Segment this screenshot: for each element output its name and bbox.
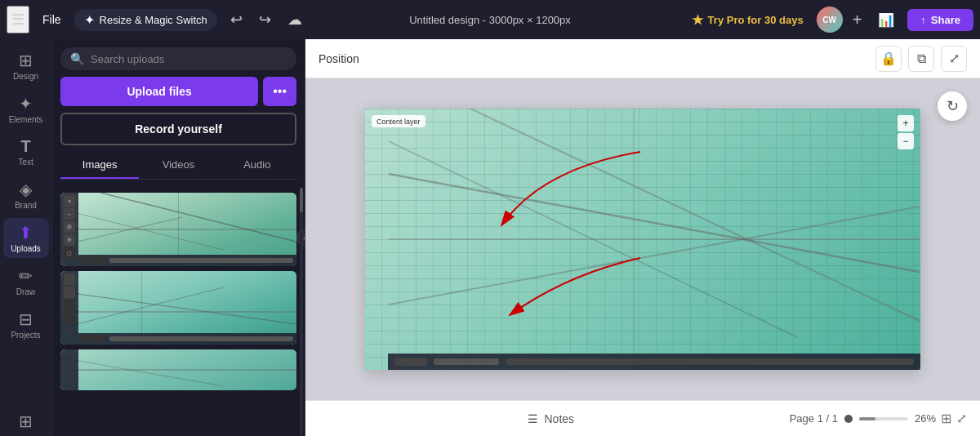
brand-icon: ◈	[20, 180, 32, 199]
doc-roads-svg	[388, 109, 920, 370]
file-menu-button[interactable]: File	[36, 10, 68, 29]
upload-thumbnail-3[interactable]	[60, 349, 296, 390]
svg-line-10	[60, 358, 223, 386]
hamburger-button[interactable]: ☰	[7, 6, 29, 33]
map-image-3	[60, 349, 296, 390]
zoom-controls: 26% ⊞ ⤢	[915, 411, 967, 426]
sidebar-item-uploads-label: Uploads	[11, 244, 41, 253]
share-icon: ↑	[920, 14, 926, 26]
sidebar-item-elements[interactable]: ✦ Elements	[3, 89, 49, 129]
lock-button[interactable]: 🔒	[875, 46, 902, 72]
canvas-workspace[interactable]: ↻ ≡ ↔ ⊞ ⊕ ◻ ◉ ◈ Content layer	[305, 78, 980, 400]
cloud-save-button[interactable]: ☁	[281, 7, 309, 32]
upload-thumbnail-1[interactable]: ≡ ↔ ⊞ ⊕ ◻	[60, 193, 296, 266]
map-side-tool: ◻	[64, 247, 75, 259]
upload-thumbnail-2[interactable]	[60, 271, 296, 345]
sidebar-item-draw[interactable]: ✏ Draw	[3, 261, 49, 301]
uploads-grid: ≡ ↔ ⊞ ⊕ ◻	[52, 188, 305, 436]
design-icon: ⊞	[19, 51, 33, 70]
uploads-icon: ⬆	[19, 223, 33, 242]
nav-actions: ↩ ↪ ☁	[224, 7, 309, 32]
sidebar-item-apps[interactable]: ⊞	[3, 407, 49, 436]
fullscreen-button[interactable]: ⤢	[956, 411, 967, 426]
sidebar-item-draw-label: Draw	[16, 287, 35, 296]
record-yourself-button[interactable]: Record yourself	[60, 113, 296, 145]
navbar: ☰ File ✦ Resize & Magic Switch ↩ ↪ ☁ Unt…	[0, 0, 980, 39]
map-side-tool: ⊕	[64, 234, 75, 246]
map-image-2	[60, 271, 296, 345]
sidebar-item-projects[interactable]: ⊟ Projects	[3, 305, 49, 345]
grid-view-button[interactable]: ⊞	[941, 411, 951, 426]
text-icon: T	[20, 137, 30, 156]
map-scale-bar	[109, 258, 293, 263]
projects-icon: ⊟	[19, 309, 33, 329]
sidebar-item-brand[interactable]: ◈ Brand	[3, 175, 49, 215]
analytics-button[interactable]: 📊	[871, 9, 901, 31]
sidebar-item-elements-label: Elements	[9, 115, 43, 124]
page-scroll-bar[interactable]	[859, 417, 908, 420]
try-pro-button[interactable]: ★ Try Pro for 30 days	[685, 9, 810, 31]
redo-button[interactable]: ↪	[252, 7, 278, 32]
svg-line-16	[470, 109, 920, 321]
search-input[interactable]	[91, 53, 287, 65]
resize-magic-switch-button[interactable]: ✦ Resize & Magic Switch	[74, 9, 217, 31]
copy-style-button[interactable]: ⧉	[908, 46, 934, 72]
map-side-tool: ⊞	[64, 221, 75, 233]
share-label: Share	[931, 14, 960, 26]
document-map[interactable]: Content layer + −	[365, 109, 920, 370]
map-bottom-item-2	[82, 336, 106, 342]
share-button[interactable]: ↑ Share	[907, 9, 973, 31]
doc-bottom-bar	[388, 354, 920, 370]
resize-label: Resize & Magic Switch	[100, 14, 207, 26]
zoom-level: 26%	[915, 412, 936, 425]
svg-line-12	[389, 174, 920, 272]
map-side-tool-2	[64, 274, 75, 285]
notes-button[interactable]: ☰ Notes	[318, 412, 783, 425]
add-button[interactable]: +	[849, 7, 866, 33]
sidebar-item-design-label: Design	[13, 72, 38, 81]
navbar-left: ☰ File ✦ Resize & Magic Switch ↩ ↪ ☁	[7, 6, 309, 33]
star-icon: ★	[692, 12, 703, 28]
main-layout: ⊞ Design ✦ Elements T Text ◈ Brand ⬆ Upl…	[0, 39, 980, 436]
expand-button[interactable]: ⤢	[941, 46, 967, 72]
position-label: Position	[318, 52, 359, 65]
user-avatar-button[interactable]: CW	[817, 7, 843, 33]
upload-files-button[interactable]: Upload files	[60, 77, 258, 106]
doc-bottom-bar-fill	[506, 358, 914, 365]
rotate-button[interactable]: ↻	[938, 91, 967, 121]
tab-images[interactable]: Images	[60, 152, 139, 179]
page-label: Page 1 / 1	[790, 412, 838, 425]
canvas-document[interactable]: ≡ ↔ ⊞ ⊕ ◻ ◉ ◈ Content layer + −	[365, 109, 920, 370]
media-tabs: Images Videos Audio	[60, 152, 296, 180]
canvas-toolbar: Position 🔒 ⧉ ⤢	[305, 39, 980, 78]
undo-button[interactable]: ↩	[224, 7, 249, 32]
resize-icon: ✦	[84, 12, 95, 28]
sidebar-item-uploads[interactable]: ⬆ Uploads	[3, 218, 49, 258]
page-dot	[844, 415, 853, 423]
map-side-panel-3	[60, 349, 78, 390]
icon-rail: ⊞ Design ✦ Elements T Text ◈ Brand ⬆ Upl…	[0, 39, 52, 436]
sidebar-item-design[interactable]: ⊞ Design	[3, 46, 49, 86]
map-bottom-bar-1	[78, 255, 296, 266]
draw-icon: ✏	[19, 266, 33, 286]
map-side-panel-2	[60, 271, 78, 345]
notes-label: Notes	[545, 412, 575, 425]
doc-bottom-item	[394, 358, 427, 366]
upload-more-options-button[interactable]: •••	[263, 77, 296, 106]
tab-videos[interactable]: Videos	[139, 152, 217, 179]
svg-line-3	[101, 193, 296, 242]
scroll-thumb[interactable]	[300, 188, 303, 212]
svg-line-13	[389, 207, 920, 305]
map-side-tool-2	[64, 300, 75, 311]
sidebar-item-text-label: Text	[18, 158, 33, 167]
map-side-tool-2	[64, 313, 75, 324]
tab-audio[interactable]: Audio	[218, 152, 296, 179]
search-bar[interactable]: 🔍	[60, 47, 296, 70]
svg-line-4	[60, 217, 182, 246]
notes-icon: ☰	[528, 412, 538, 425]
scroll-track	[300, 188, 303, 436]
sidebar-item-text[interactable]: T Text	[3, 132, 49, 171]
panel-top-content: 🔍 Upload files ••• Record yourself Image…	[52, 39, 305, 188]
map-bottom-bar-2	[78, 333, 296, 345]
page-indicator: Page 1 / 1	[790, 412, 908, 425]
